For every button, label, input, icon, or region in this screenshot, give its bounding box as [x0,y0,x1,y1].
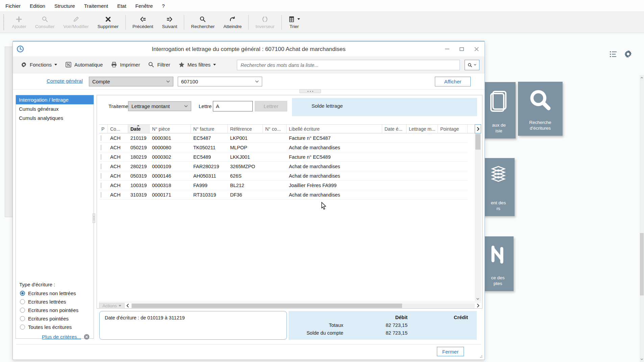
table-row[interactable]: ACH2101190000301EC5487LKP001Facture n° E… [99,133,468,143]
tile-recherche-ecritures[interactable]: Recherched'écritures [518,82,563,136]
column-header-r-f-rence[interactable]: Référence [228,125,263,133]
menu-item-traitement[interactable]: Traitement [84,3,108,9]
column-header-date[interactable]: Date é... [382,125,406,133]
consulter-button[interactable]: Consulter [31,12,59,33]
table-row[interactable]: ACH1802190000302EC5489LKKJ001Facture n° … [99,152,468,162]
row-checkbox[interactable] [101,154,101,160]
dialog-titlebar[interactable]: Interrogation et lettrage du compte géné… [13,42,485,56]
scroll-down-icon[interactable] [476,298,479,300]
row-checkbox[interactable] [101,135,101,141]
radio-button[interactable] [20,316,25,321]
column-header-libell-criture[interactable]: Libellé écriture [287,125,382,133]
radio-option-toutes-les-critures[interactable]: Toutes les écritures [16,323,94,331]
menu-item-fen-tre[interactable]: Fenêtre [135,3,153,9]
tile-balance-comptes[interactable]: ce desptes [482,236,514,291]
inverseur-button[interactable]: Inverseur [251,12,279,33]
row-checkbox[interactable] [101,183,101,188]
close-icon[interactable] [474,47,479,52]
desktop-vertical-scrollbar[interactable] [640,75,644,362]
radio-option-ecritures-non-lettr-es[interactable]: Ecritures non lettrées [16,289,94,298]
sidebar-item-cumuls-analytiques[interactable]: Cumuls analytiques [16,113,94,123]
clear-criteria-icon[interactable] [84,334,90,340]
suivant-button[interactable]: Suivant [157,12,181,33]
sidebar-item-interrogation-lettrage[interactable]: Interrogation / lettrage [16,95,94,104]
tile-journaux-saisie[interactable]: aux deisie [482,82,516,138]
cell-co: ACH [108,145,128,150]
column-header-date[interactable]: Date [128,125,150,133]
criteria-summary-box[interactable]: Date d'écriture : de 010119 à 311219 [99,311,287,340]
tile-reglement-tiers[interactable]: ent desrs [482,158,515,216]
radio-option-ecritures-point-es[interactable]: Ecritures pointées [16,314,94,323]
plus-de-criteres-link[interactable]: Plus de critères... [42,334,81,340]
radio-option-ecritures-non-point-es[interactable]: Ecritures non pointées [16,306,94,314]
afficher-button[interactable]: Afficher [435,77,471,86]
table-row[interactable]: ACH2802190000109FAR2802193265MZPOAchat d… [99,162,468,171]
column-header-co[interactable]: Co... [108,125,128,133]
precedent-button[interactable]: Précédent [128,12,158,33]
account-number-select[interactable]: 607100 [178,77,262,86]
horizontal-scrollbar[interactable] [131,303,475,308]
toolbar-drag-handle[interactable] [3,15,5,30]
cell-facture: RT310319 [191,192,228,198]
row-checkbox[interactable] [101,173,101,179]
compte-general-link[interactable]: Compte général [47,78,83,84]
fermer-button[interactable]: Fermer [437,347,464,356]
column-header-n-pi-ce[interactable]: N° pièce [150,125,191,133]
scrollbar-thumb[interactable] [475,134,480,150]
atteindre-button[interactable]: Atteindre [219,12,246,33]
sidebar-resize-grip[interactable] [93,213,95,223]
search-button[interactable] [465,60,479,70]
table-vertical-scrollbar[interactable] [475,133,481,301]
table-row[interactable]: ACH0502190000080TK050211MLPOPAchat de ma… [99,143,468,152]
trier-button[interactable]: Trier [284,12,304,33]
menu-item-fichier[interactable]: Fichier [5,3,21,9]
account-type-select[interactable]: Compte [89,77,173,86]
scroll-left-icon[interactable] [125,304,131,308]
scroll-up-icon[interactable] [640,76,643,79]
radio-button[interactable] [20,325,25,330]
traitement-select[interactable]: Lettrage montant [128,101,191,111]
column-header-n-facture[interactable]: N° facture [191,125,228,133]
scrollbar-thumb[interactable] [640,233,644,295]
next-columns-button[interactable] [475,124,481,133]
scrollbar-thumb[interactable] [132,304,402,308]
menu-item-edition[interactable]: Edition [30,3,45,9]
resize-grip[interactable] [480,356,482,358]
imprimer-button[interactable]: Imprimer [107,59,144,71]
fonctions-button[interactable]: Fonctions [17,59,61,71]
supprimer-button[interactable]: Supprimer [93,12,123,33]
scroll-down-icon[interactable] [640,358,643,361]
menu-item-item[interactable]: ? [162,3,165,9]
radio-button[interactable] [20,291,25,296]
column-header-pointage[interactable]: Pointage [438,125,468,133]
lettre-input[interactable] [213,101,253,111]
menu-item-structure[interactable]: Structure [54,3,75,9]
ajouter-button[interactable]: Ajouter [7,12,31,33]
scroll-right-icon[interactable] [475,304,481,308]
minimize-icon[interactable] [445,49,449,49]
row-checkbox[interactable] [101,192,101,198]
column-header-p[interactable]: P [99,125,108,133]
search-input[interactable] [237,60,460,70]
table-row[interactable]: ACH3103190000171RT310319DF36Achat de mar… [99,190,468,200]
row-checkbox[interactable] [101,164,101,169]
sidebar-item-cumuls-g-n-raux[interactable]: Cumuls généraux [16,104,94,113]
mes-filtres-button[interactable]: Mes filtres [175,59,220,71]
collapse-splitter-handle[interactable] [299,89,321,93]
table-row[interactable]: ACH1003190000318FA999BL212Joaillier Frèr… [99,181,468,190]
voir-modifier-button[interactable]: Voir/Modifier [59,12,93,33]
list-settings-icon[interactable] [610,51,618,58]
row-checkbox[interactable] [101,145,101,150]
filtrer-button[interactable]: Filtrer [144,59,174,71]
radio-button[interactable] [20,299,25,304]
column-header-lettrage-m[interactable]: Lettrage m... [406,125,438,133]
radio-option-ecritures-lettr-es[interactable]: Ecritures lettrées [16,298,94,306]
rechercher-button[interactable]: Rechercher [187,12,219,33]
menu-item-etat[interactable]: Etat [117,3,126,9]
automatique-button[interactable]: Automatique [61,59,106,71]
radio-button[interactable] [20,308,25,313]
gear-icon[interactable] [623,49,633,59]
maximize-icon[interactable] [460,47,464,51]
column-header-n-co[interactable]: N° co... [263,125,287,133]
table-row[interactable]: ACH0503190000146AH050311626SAchat de mar… [99,171,468,181]
